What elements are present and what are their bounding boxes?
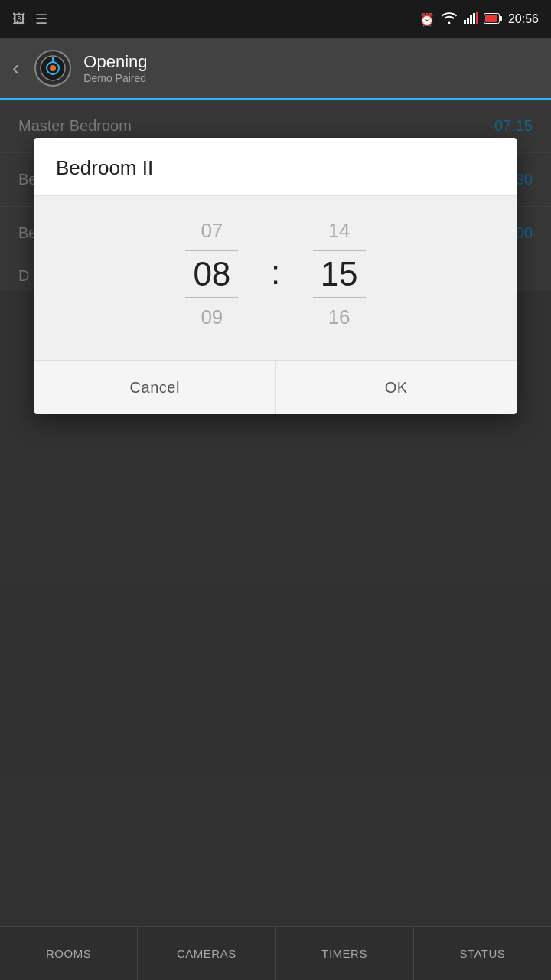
nav-label-cameras: CAMERAS: [177, 947, 236, 960]
app-header: ‹ Opening Demo Paired: [0, 38, 551, 100]
status-bar-left: 🖼 ☰: [12, 11, 47, 28]
app-header-text: Opening Demo Paired: [83, 52, 147, 84]
nav-item-cameras[interactable]: CAMERAS: [138, 927, 276, 980]
status-bar-right: ⏰ 20:56: [419, 12, 539, 27]
time-display: 20:56: [508, 12, 539, 26]
menu-icon: ☰: [35, 11, 47, 28]
hours-column[interactable]: 07 08 09: [162, 219, 262, 329]
dialog-actions: Cancel OK: [34, 360, 517, 414]
hours-below: 09: [201, 305, 223, 329]
image-icon: 🖼: [12, 11, 26, 28]
cancel-button[interactable]: Cancel: [34, 361, 276, 414]
app-subtitle: Demo Paired: [83, 72, 147, 84]
app-logo: [34, 50, 71, 87]
battery-icon: [484, 13, 502, 26]
minutes-current: 15: [321, 250, 358, 298]
nav-label-rooms: ROOMS: [46, 947, 91, 960]
alarm-icon: ⏰: [419, 12, 435, 27]
svg-rect-1: [467, 18, 469, 24]
nav-item-timers[interactable]: TIMERS: [276, 927, 414, 980]
main-content: Master Bedroom 07:15 Bedroom I 08:30 Bed…: [0, 100, 551, 926]
svg-point-10: [50, 65, 56, 71]
dialog-title: Bedroom II: [34, 138, 517, 196]
svg-rect-3: [473, 13, 475, 24]
svg-rect-6: [500, 16, 502, 21]
wifi-icon: [441, 12, 458, 27]
svg-rect-7: [485, 15, 497, 22]
nav-label-status: STATUS: [459, 947, 505, 960]
time-picker-dialog: Bedroom II 07 08 09 : 14 15 16: [34, 138, 517, 414]
app-title: Opening: [83, 52, 147, 72]
minutes-column[interactable]: 14 15 16: [289, 219, 389, 329]
ok-button[interactable]: OK: [276, 361, 517, 414]
back-button[interactable]: ‹: [12, 56, 19, 80]
minutes-above: 14: [328, 219, 350, 243]
signal-icon: [464, 12, 478, 27]
status-bar: 🖼 ☰ ⏰: [0, 0, 551, 38]
minutes-below: 16: [328, 305, 350, 329]
svg-rect-4: [476, 12, 478, 24]
nav-item-rooms[interactable]: ROOMS: [0, 927, 138, 980]
svg-rect-2: [470, 15, 472, 24]
hours-above: 07: [201, 219, 223, 243]
time-picker: 07 08 09 : 14 15 16: [162, 219, 389, 329]
nav-label-timers: TIMERS: [321, 947, 367, 960]
hours-current: 08: [193, 250, 230, 298]
svg-rect-0: [464, 20, 466, 24]
time-separator: :: [262, 253, 289, 292]
nav-item-status[interactable]: STATUS: [414, 927, 551, 980]
dialog-body: 07 08 09 : 14 15 16: [34, 196, 517, 360]
bottom-nav: ROOMS CAMERAS TIMERS STATUS: [0, 926, 551, 980]
